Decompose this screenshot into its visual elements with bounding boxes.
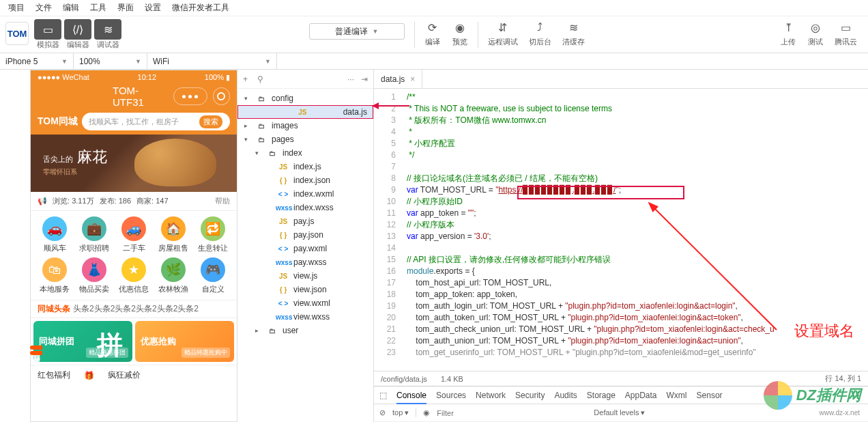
category-item[interactable]: 🌿农林牧渔 bbox=[154, 257, 193, 294]
upload-button[interactable]: ⤒上传 bbox=[780, 19, 796, 47]
clear-cache-button[interactable]: ≋清缓存 bbox=[562, 19, 585, 47]
app-logo: TOM bbox=[5, 22, 29, 45]
menu-item[interactable]: 微信开发者工具 bbox=[167, 2, 235, 14]
more-icon[interactable]: ··· bbox=[347, 74, 354, 84]
search-button[interactable]: 搜索 bbox=[199, 115, 223, 129]
category-item[interactable]: ★优惠信息 bbox=[114, 257, 154, 294]
editor-tab[interactable]: data.js× bbox=[374, 70, 422, 88]
capsule-close[interactable] bbox=[213, 87, 230, 105]
category-item[interactable]: 🏠房屋租售 bbox=[154, 216, 193, 253]
menu-item[interactable]: 设置 bbox=[139, 2, 167, 14]
search-bar: TOM同城 找顺风车，找工作，租房子 搜索 bbox=[31, 109, 237, 135]
menu-item[interactable]: 界面 bbox=[112, 2, 139, 14]
file-explorer: + ⚲ ··· ⇥ ▾🗀configJSdata.js▸🗀images▾🗀pag… bbox=[237, 70, 374, 422]
tree-item[interactable]: JSdata.js bbox=[237, 105, 373, 119]
devtools-tab[interactable]: Storage bbox=[587, 391, 616, 400]
sound-icon: 📢 bbox=[38, 197, 47, 206]
tree-item[interactable]: ▾🗀pages bbox=[237, 132, 373, 146]
subscribe-tab[interactable]: 订阅我们 bbox=[30, 346, 42, 350]
category-item[interactable]: 👗物品买卖 bbox=[74, 257, 114, 294]
bottom-row: 红包福利 🎁 疯狂减价 bbox=[31, 365, 237, 385]
close-icon[interactable]: × bbox=[410, 74, 415, 84]
devtools-tab[interactable]: Wxml bbox=[667, 391, 687, 400]
compile-button[interactable]: ⟳编译 bbox=[424, 19, 441, 47]
category-item[interactable]: 🎮自定义 bbox=[193, 257, 233, 294]
file-tree[interactable]: ▾🗀configJSdata.js▸🗀images▾🗀pages▾🗀indexJ… bbox=[237, 89, 373, 422]
category-item[interactable]: 🔁生意转让 bbox=[193, 216, 233, 253]
tree-item[interactable]: ▾🗀config bbox=[237, 92, 373, 105]
contact-tab[interactable]: 联系客服 bbox=[30, 351, 42, 355]
tree-item[interactable]: { }index.json bbox=[237, 173, 373, 187]
simulator-button[interactable]: ▭ bbox=[34, 19, 61, 40]
test-button[interactable]: ◎测试 bbox=[807, 19, 824, 47]
search-icon[interactable]: ⚲ bbox=[257, 74, 263, 84]
search-input[interactable]: 找顺风车，找工作，租房子 搜索 bbox=[82, 113, 230, 130]
cloud-button[interactable]: ▭腾讯云 bbox=[835, 19, 857, 47]
banner[interactable]: 舌尖上的 麻花零嘴怀旧系 bbox=[31, 135, 237, 192]
gift-icon[interactable]: 🎁 bbox=[84, 371, 94, 380]
devtools-tab[interactable]: Sources bbox=[436, 391, 466, 400]
devtools-inspect-icon[interactable]: ⬚ bbox=[379, 391, 387, 400]
code-area[interactable]: 1234567891011121314151617181920212223 /*… bbox=[374, 89, 868, 371]
compile-mode-select[interactable]: 普通编译 ▼ bbox=[309, 23, 405, 40]
device-select[interactable]: iPhone 5▼ bbox=[0, 53, 74, 69]
context-select[interactable]: top ▾ bbox=[392, 408, 416, 417]
menu-item[interactable]: 文件 bbox=[30, 2, 57, 14]
capsule-menu[interactable] bbox=[173, 87, 207, 105]
filter-input[interactable] bbox=[437, 409, 587, 417]
category-item[interactable]: 🛍本地服务 bbox=[35, 257, 74, 294]
bonus-link[interactable]: 红包福利 bbox=[38, 369, 70, 381]
devtools-tab[interactable]: Network bbox=[476, 391, 506, 400]
selector-row: iPhone 5▼ 100%▼ WiFi▼ bbox=[0, 53, 868, 70]
label: 编辑器 bbox=[64, 40, 91, 50]
tree-item[interactable]: wxssindex.wxss bbox=[237, 201, 373, 214]
brand-label: TOM同城 bbox=[38, 115, 78, 128]
tree-item[interactable]: < >view.wxml bbox=[237, 296, 373, 310]
page-title: TOM-UTF31 bbox=[113, 85, 168, 108]
category-item[interactable]: 🚗顺风车 bbox=[35, 216, 74, 253]
eye-icon[interactable]: ◉ bbox=[423, 408, 430, 417]
background-button[interactable]: ⤴切后台 bbox=[529, 19, 551, 47]
tree-item[interactable]: JSindex.js bbox=[237, 160, 373, 173]
levels-select[interactable]: Default levels ▾ bbox=[594, 408, 645, 417]
label: 普通编译 bbox=[335, 26, 368, 38]
preview-button[interactable]: ◉预览 bbox=[452, 19, 468, 47]
add-file-icon[interactable]: + bbox=[243, 74, 248, 84]
menu-item[interactable]: 工具 bbox=[85, 2, 112, 14]
tree-item[interactable]: < >index.wxml bbox=[237, 187, 373, 201]
menu-item[interactable]: 项目 bbox=[3, 2, 30, 14]
phone-status-bar: ●●●●● WeChat 10:12 100% ▮ bbox=[31, 70, 237, 84]
tree-item[interactable]: JSview.js bbox=[237, 269, 373, 283]
tree-item[interactable]: wxsspay.wxss bbox=[237, 255, 373, 269]
remote-debug-button[interactable]: ⇵远程调试 bbox=[488, 19, 518, 47]
devtools-tab[interactable]: Security bbox=[515, 391, 545, 400]
devtools-tab[interactable]: Console bbox=[396, 391, 426, 404]
tree-item[interactable]: ▾🗀index bbox=[237, 146, 373, 160]
tree-item[interactable]: wxssview.wxss bbox=[237, 310, 373, 324]
devtools-tab[interactable]: Audits bbox=[554, 391, 577, 400]
tree-item[interactable]: { }pay.json bbox=[237, 228, 373, 242]
category-item[interactable]: 💼求职招聘 bbox=[74, 216, 114, 253]
tree-item[interactable]: < >pay.wxml bbox=[237, 242, 373, 255]
clear-console-icon[interactable]: ⊘ bbox=[379, 408, 386, 417]
editor-button[interactable]: ⟨/⟩ bbox=[64, 19, 91, 40]
tree-item[interactable]: ▸🗀user bbox=[237, 324, 373, 337]
tree-item[interactable]: ▸🗀images bbox=[237, 119, 373, 132]
debugger-button[interactable]: ≋ bbox=[94, 19, 121, 40]
headline-row[interactable]: 同城头条 头条2头条2头条2头条2头条2头条2 bbox=[31, 300, 237, 318]
promo-groupbuy[interactable]: 同城拼团拼 精品特惠拼团 bbox=[33, 321, 132, 362]
menu-item[interactable]: 编辑 bbox=[57, 2, 85, 14]
devtools-tab[interactable]: AppData bbox=[625, 391, 657, 400]
tree-item[interactable]: JSpay.js bbox=[237, 214, 373, 228]
collapse-icon[interactable]: ⇥ bbox=[361, 74, 368, 84]
annotation-text: 设置域名 bbox=[794, 321, 854, 341]
promo-flash[interactable]: 优惠抢购 精品特惠抢购中 bbox=[135, 321, 234, 362]
category-item[interactable]: 🚙二手车 bbox=[114, 216, 154, 253]
network-select[interactable]: WiFi▼ bbox=[147, 53, 277, 69]
discount-link[interactable]: 疯狂减价 bbox=[108, 369, 141, 381]
zoom-select[interactable]: 100%▼ bbox=[74, 53, 147, 69]
main-toolbar: TOM ▭ ⟨/⟩ ≋ 模拟器 编辑器 调试器 普通编译 ▼ ⟳编译 ◉预览 ⇵… bbox=[0, 16, 868, 53]
help-link[interactable]: 帮助 bbox=[215, 196, 230, 206]
tree-item[interactable]: { }view.json bbox=[237, 283, 373, 296]
devtools-tab[interactable]: Sensor bbox=[697, 391, 723, 400]
